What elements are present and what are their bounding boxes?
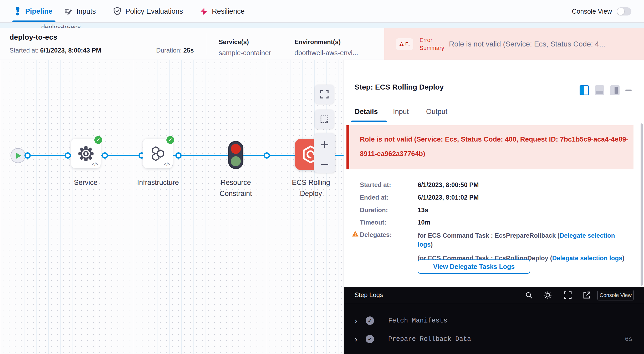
console-view-control: Console View [572, 0, 631, 23]
step-panel-title: Step: ECS Rolling Deploy [355, 83, 444, 91]
step-error-message: Role is not valid (Service: Ecs, Status … [360, 132, 635, 161]
started-at: Started at:6/1/2023, 8:00:43 PM [9, 47, 101, 54]
expand-chevron-icon[interactable]: › [355, 335, 361, 343]
edge-port [102, 152, 108, 159]
log-section-fetch-manifests[interactable]: › ✓ Fetch Manifests [355, 315, 632, 327]
stage-strip-label: deploy-to-ecs [41, 23, 81, 28]
logs-search-icon[interactable] [524, 291, 533, 300]
traffic-light-red [231, 144, 241, 154]
node-resource-constraint-label: Resource Constraint [209, 177, 262, 199]
canvas-select-button[interactable] [315, 110, 334, 129]
code-icon: </> [164, 162, 170, 167]
tab-policy-evaluations-label: Policy Evaluations [125, 7, 183, 15]
tab-pipeline-label: Pipeline [25, 7, 53, 15]
pipeline-canvas[interactable]: </> ✓ Service </> ✓ Infrastructure Resou… [0, 60, 344, 354]
expand-chevron-icon[interactable]: › [355, 316, 361, 325]
minimize-panel-icon[interactable] [625, 90, 632, 91]
services-value[interactable]: sample-container [219, 49, 271, 57]
environments-block: Environment(s) dbothwell-aws-envi... [294, 38, 358, 57]
marquee-select-icon [320, 114, 329, 124]
toggle-knob [617, 8, 624, 15]
service-success-badge: ✓ [94, 136, 102, 144]
shield-check-icon [113, 7, 122, 16]
layout-side-panel-icon[interactable] [610, 85, 620, 95]
details-tab-underline [351, 121, 387, 122]
delegate-selection-logs-link[interactable]: Delegate selection logs [552, 254, 622, 262]
logs-console-view-button[interactable]: Console View [597, 290, 634, 300]
view-delegate-tasks-logs-button[interactable]: View Delegate Tasks Logs [418, 259, 530, 274]
services-label: Service(s) [219, 38, 271, 46]
tab-resilience-label: Resilience [212, 7, 245, 15]
edge-port [264, 152, 270, 159]
active-tab-underline [12, 20, 55, 22]
tab-policy-evaluations[interactable]: Policy Evaluations [113, 0, 183, 23]
traffic-light-green [231, 156, 241, 166]
error-summary-zone: F.. Error Summary Role is not valid (Ser… [384, 28, 644, 60]
play-icon [16, 153, 21, 159]
logs-open-external-icon[interactable] [582, 291, 591, 300]
gear-icon [77, 145, 95, 162]
start-node[interactable] [11, 148, 25, 163]
delegates-label: Delegates: [360, 231, 392, 238]
tab-inputs[interactable]: Inputs [64, 0, 96, 23]
step-panel-tabs: Details Input Output [344, 108, 644, 122]
delegate-warning-icon [352, 231, 359, 238]
edge-port [175, 152, 182, 159]
step-logs-panel: Step Logs [344, 287, 644, 354]
tab-input[interactable]: Input [393, 108, 409, 116]
failed-status-badge: F.. [396, 38, 413, 50]
logs-settings-gear-icon[interactable] [543, 291, 552, 300]
zoom-out-button[interactable] [320, 163, 329, 166]
log-section-duration: 6s [625, 336, 632, 343]
environments-value[interactable]: dbothwell-aws-envi... [294, 49, 358, 57]
tab-details[interactable]: Details [355, 108, 378, 116]
duration: Duration:25s [156, 47, 194, 54]
log-success-check-icon: ✓ [366, 335, 374, 343]
edit-inputs-icon [64, 7, 73, 16]
delegate-task-1: for ECS Command Task : EcsPrepareRollbac… [418, 231, 623, 249]
pipeline-execution-page: Pipeline Inputs Policy Evaluations Resil… [0, 0, 644, 354]
tab-pipeline[interactable]: Pipeline [14, 0, 53, 23]
console-view-toggle[interactable] [617, 7, 631, 15]
tab-resilience[interactable]: Resilience [199, 0, 245, 23]
step-logs-header: Step Logs [344, 287, 644, 303]
node-service-label: Service [59, 177, 112, 188]
canvas-fullscreen-button[interactable] [315, 85, 334, 104]
console-view-label: Console View [572, 8, 612, 15]
log-section-prepare-rollback-data[interactable]: › ✓ Prepare Rollback Data 6s [355, 333, 632, 345]
layout-bottom-panel-icon[interactable] [595, 85, 604, 95]
step-error-banner: Role is not valid (Service: Ecs, Status … [346, 125, 633, 169]
pipeline-name: deploy-to-ecs [9, 33, 57, 41]
panel-scrollbar[interactable] [641, 123, 643, 286]
node-ecs-rolling-deploy-label: ECS Rolling Deploy [285, 177, 337, 199]
layout-right-panel-icon[interactable] [580, 85, 589, 95]
resilience-icon [199, 7, 208, 16]
warning-triangle-icon [399, 42, 404, 46]
execution-header: deploy-to-ecs Started at:6/1/2023, 8:00:… [0, 28, 644, 60]
canvas-zoom-controls [314, 133, 335, 173]
pipeline-icon [14, 7, 22, 16]
environments-label: Environment(s) [294, 38, 358, 46]
code-icon: </> [92, 162, 98, 167]
log-section-title: Fetch Manifests [388, 317, 447, 325]
zoom-in-button[interactable] [320, 140, 329, 149]
node-resource-constraint[interactable] [228, 141, 243, 169]
log-section-title: Prepare Rollback Data [388, 335, 471, 343]
edge-port [24, 152, 31, 159]
header-divider [206, 33, 206, 55]
top-nav: Pipeline Inputs Policy Evaluations Resil… [0, 0, 644, 23]
stage-selector-strip[interactable]: deploy-to-ecs [0, 23, 644, 28]
infrastructure-success-badge: ✓ [166, 136, 174, 144]
failed-badge-label: F.. [405, 41, 410, 47]
step-logs-title: Step Logs [355, 291, 383, 299]
delegates-value: for ECS Command Task : EcsPrepareRollbac… [418, 231, 624, 263]
logs-fullscreen-icon[interactable] [563, 291, 572, 300]
hexagons-icon [149, 145, 167, 162]
tab-inputs-label: Inputs [76, 7, 96, 15]
node-infrastructure-label: Infrastructure [132, 177, 184, 188]
fullscreen-icon [320, 90, 329, 99]
tab-output[interactable]: Output [426, 108, 447, 116]
services-block: Service(s) sample-container [219, 38, 271, 57]
step-details-panel: Step: ECS Rolling Deploy Details Input O… [344, 60, 644, 354]
edge-port [65, 152, 71, 159]
